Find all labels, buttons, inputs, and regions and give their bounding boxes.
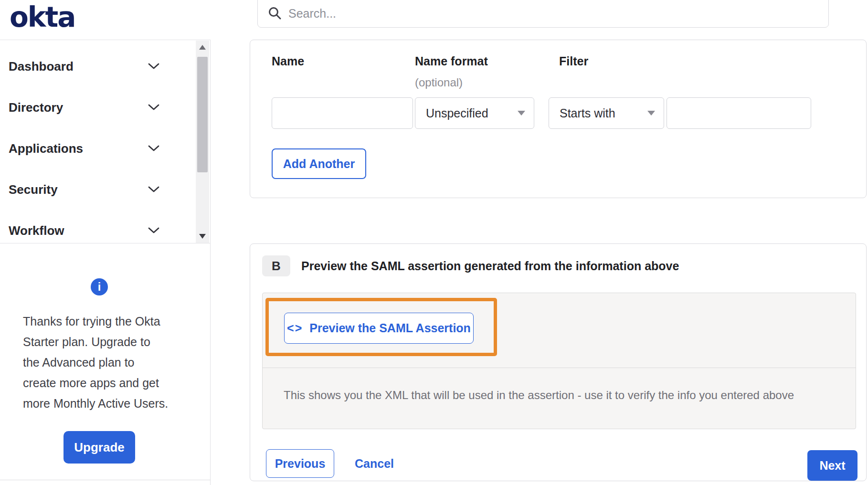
filter-type-selected-value: Starts with: [560, 106, 647, 120]
sidebar-item-applications[interactable]: Applications: [0, 128, 195, 169]
attribute-name-field[interactable]: [272, 97, 413, 129]
filter-value-field[interactable]: [667, 97, 811, 129]
search-icon: [267, 6, 283, 21]
cancel-button[interactable]: Cancel: [355, 449, 394, 478]
sidebar-item-directory[interactable]: Directory: [0, 87, 195, 128]
preview-saml-card: B Preview the SAML assertion generated f…: [250, 243, 867, 481]
code-icon: <>: [287, 321, 303, 335]
sidebar-menu-divider: [0, 243, 211, 243]
chevron-down-icon: [148, 227, 159, 234]
attribute-statements-card: Name Name format (optional) Filter Unspe…: [250, 40, 867, 198]
sidebar-item-dashboard[interactable]: Dashboard: [0, 46, 195, 87]
filter-column-label: Filter: [559, 54, 588, 68]
info-icon: i: [91, 278, 108, 295]
upgrade-message-line: more Monthly Active Users.: [23, 393, 168, 414]
dropdown-caret-icon: [647, 111, 655, 116]
preview-panel: <> Preview the SAML Assertion This shows…: [262, 293, 856, 429]
chevron-down-icon: [148, 186, 159, 193]
upgrade-message: Thanks for trying the Okta Starter plan.…: [23, 311, 168, 414]
preview-button-label: Preview the SAML Assertion: [309, 321, 471, 335]
filter-type-select[interactable]: Starts with: [549, 97, 664, 129]
global-search[interactable]: [257, 0, 829, 28]
search-input[interactable]: [288, 7, 828, 21]
sidebar-item-label: Directory: [9, 100, 63, 115]
name-format-selected-value: Unspecified: [426, 106, 518, 120]
sidebar-item-label: Security: [9, 182, 58, 197]
sidebar-item-label: Dashboard: [9, 59, 74, 74]
chevron-down-icon: [148, 63, 159, 70]
chevron-down-icon: [148, 145, 159, 152]
upgrade-message-line: the Advanced plan to: [23, 352, 168, 373]
sidebar-right-divider: [210, 40, 211, 485]
chevron-down-icon: [148, 104, 159, 111]
sidebar-item-label: Applications: [9, 141, 83, 156]
scroll-up-icon[interactable]: [199, 45, 206, 50]
dropdown-caret-icon: [518, 111, 525, 116]
preview-panel-divider: [263, 368, 856, 368]
next-button[interactable]: Next: [807, 450, 857, 481]
okta-logo: okta: [10, 1, 75, 33]
preview-saml-assertion-button[interactable]: <> Preview the SAML Assertion: [284, 313, 474, 344]
add-another-button[interactable]: Add Another: [272, 148, 366, 179]
name-format-hint: (optional): [415, 76, 463, 89]
preview-description: This shows you the XML that will be used…: [284, 389, 794, 402]
sidebar-item-security[interactable]: Security: [0, 169, 195, 210]
scrollbar-thumb[interactable]: [197, 57, 208, 172]
step-b-badge: B: [262, 255, 290, 276]
sidebar-bottom-divider: [0, 480, 211, 480]
scroll-down-icon[interactable]: [199, 234, 206, 239]
sidebar-top-divider: [0, 40, 211, 40]
filter-value-input[interactable]: [667, 98, 811, 128]
name-format-select[interactable]: Unspecified: [415, 97, 534, 129]
upgrade-message-line: Thanks for trying the Okta: [23, 311, 168, 332]
name-format-column-label: Name format: [415, 54, 488, 68]
sidebar-scrollbar[interactable]: [196, 41, 209, 243]
upgrade-message-line: Starter plan. Upgrade to: [23, 332, 168, 352]
previous-button[interactable]: Previous: [266, 449, 334, 478]
sidebar-item-label: Workflow: [9, 223, 64, 238]
okta-admin-screen: okta Dashboard Directory Applications: [0, 0, 868, 485]
upgrade-message-line: create more apps and get: [23, 373, 168, 393]
upgrade-button[interactable]: Upgrade: [64, 431, 135, 464]
section-b-title: Preview the SAML assertion generated fro…: [301, 255, 679, 276]
attribute-name-input[interactable]: [272, 98, 413, 128]
name-column-label: Name: [272, 54, 304, 68]
sidebar-item-workflow[interactable]: Workflow: [0, 210, 195, 251]
